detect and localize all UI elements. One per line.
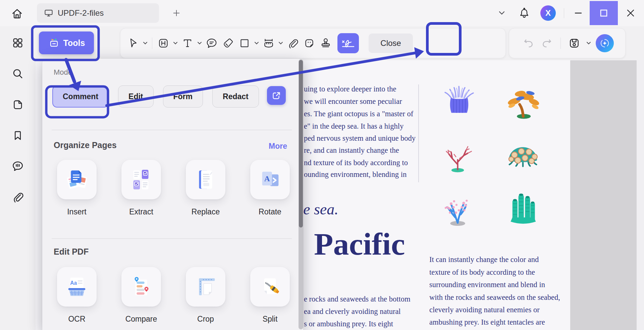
- maximize-window-button[interactable]: [590, 1, 618, 25]
- new-tab-button[interactable]: [170, 6, 183, 20]
- open-in-new-window-button[interactable]: [267, 86, 286, 105]
- red-branch-coral-image: [434, 130, 484, 177]
- tools-button-label: Tools: [63, 38, 85, 48]
- card-label: OCR: [68, 315, 85, 324]
- select-tool-dropdown[interactable]: [142, 36, 148, 51]
- replace-pages-icon: [193, 167, 219, 193]
- insert-pages-icon: [64, 167, 90, 193]
- shape-tool-dropdown[interactable]: [254, 36, 260, 51]
- insert-pages-button[interactable]: [57, 160, 97, 199]
- chevron-down-icon: [197, 41, 202, 46]
- sidebar-search-button[interactable]: [9, 65, 26, 82]
- panel-scrollbar-thumb[interactable]: [299, 60, 303, 227]
- mode-button-edit[interactable]: Edit: [118, 85, 153, 108]
- mode-section-label: Mode: [54, 68, 72, 77]
- rotate-pages-button[interactable]: A: [250, 160, 290, 199]
- comment-tool-button[interactable]: [204, 36, 219, 51]
- window-title-bar: UPDF-2-files X: [0, 0, 644, 26]
- mode-button-redact[interactable]: Redact: [212, 85, 259, 108]
- chevron-down-icon: [254, 41, 259, 46]
- doc-text-line: es. The giant octopus is a "master of: [304, 110, 413, 118]
- highlighter-icon: [222, 37, 234, 50]
- titlebar-divider: [564, 8, 564, 18]
- undo-button[interactable]: [521, 36, 536, 51]
- organize-pages-more-link[interactable]: More: [269, 142, 287, 151]
- text-icon: [181, 37, 194, 50]
- left-sidebar: [0, 26, 36, 330]
- attachment-icon: [286, 37, 299, 50]
- doc-text-line: nd texture of its body according to: [304, 158, 408, 167]
- sticker-tool-button[interactable]: [302, 36, 317, 51]
- shape-tool-button[interactable]: [237, 36, 252, 51]
- document-scrollbar[interactable]: [637, 60, 644, 330]
- heading-tool-button[interactable]: [156, 36, 171, 51]
- measure-tool-dropdown[interactable]: [278, 36, 284, 51]
- close-window-button[interactable]: [623, 5, 639, 21]
- extract-pages-button[interactable]: [121, 160, 161, 199]
- chevron-down-icon: [497, 9, 506, 17]
- text-tool-button[interactable]: [180, 36, 195, 51]
- crop-item: Crop: [186, 267, 225, 324]
- sidebar-thumbnails-button[interactable]: [9, 34, 26, 52]
- bookmark-icon: [11, 129, 24, 142]
- tab-title: UPDF-2-files: [58, 8, 104, 18]
- replace-pages-button[interactable]: [186, 160, 225, 199]
- signature-tool-button[interactable]: [337, 33, 359, 53]
- extract-pages-icon: [128, 167, 154, 193]
- close-tools-button[interactable]: Close: [369, 34, 413, 53]
- undo-icon: [522, 37, 535, 50]
- collapse-toolbar-button[interactable]: [496, 7, 507, 19]
- heading-tool-dropdown[interactable]: [172, 36, 178, 51]
- sidebar-bookmarks-button[interactable]: [9, 127, 26, 144]
- crop-button[interactable]: [186, 267, 225, 307]
- measure-tool-button[interactable]: [261, 36, 276, 51]
- doc-text-line: surrounding environment and blend in: [429, 280, 545, 289]
- doc-text-line: s or ambushing prey. Its eight: [304, 320, 393, 328]
- highlighter-tool-button[interactable]: [221, 36, 235, 51]
- save-options-dropdown[interactable]: [586, 36, 592, 51]
- sidebar-pages-button[interactable]: [9, 96, 26, 113]
- crop-icon: [193, 274, 219, 300]
- split-button[interactable]: [250, 267, 290, 307]
- sidebar-comments-button[interactable]: [9, 157, 26, 175]
- toolbar-divider: [560, 38, 561, 49]
- stamp-tool-button[interactable]: [318, 36, 333, 51]
- select-tool-button[interactable]: [126, 36, 141, 51]
- section-title-organize-pages: Organize Pages: [54, 140, 117, 150]
- mode-button-comment[interactable]: Comment: [52, 85, 109, 108]
- chevron-down-icon: [586, 41, 591, 46]
- history-save-group: [509, 28, 626, 58]
- save-icon: [568, 37, 581, 50]
- sidebar-attachments-button[interactable]: [9, 188, 26, 206]
- tools-button[interactable]: Tools: [39, 31, 94, 54]
- card-label: Rotate: [259, 207, 281, 216]
- section-title-edit-pdf: Edit PDF: [54, 247, 89, 257]
- svg-text:A: A: [264, 174, 270, 183]
- ai-assistant-button[interactable]: [596, 34, 614, 52]
- doc-text-line: ea and cleverly avoiding natural: [304, 307, 401, 316]
- mode-button-form[interactable]: Form: [163, 85, 203, 108]
- attach-tool-button[interactable]: [285, 36, 300, 51]
- compare-button[interactable]: [121, 267, 161, 307]
- document-tab[interactable]: UPDF-2-files: [37, 3, 159, 23]
- text-tool-dropdown[interactable]: [197, 36, 203, 51]
- notifications-button[interactable]: [517, 6, 532, 20]
- home-button[interactable]: [9, 5, 25, 21]
- sticker-icon: [303, 37, 316, 50]
- redo-button[interactable]: [540, 36, 554, 51]
- save-button[interactable]: [567, 36, 582, 51]
- replace-pages-item: Replace: [186, 160, 225, 216]
- minimize-window-button[interactable]: [571, 6, 586, 20]
- panel-scrollbar-track[interactable]: [299, 59, 303, 329]
- updf-app-window: UPDF-2-files X: [0, 0, 644, 330]
- compare-item: Compare: [121, 267, 161, 324]
- ocr-button[interactable]: Aa: [57, 267, 97, 307]
- split-item: Split: [250, 267, 290, 324]
- ocr-item: Aa OCR: [57, 267, 97, 324]
- maximize-icon: [598, 7, 609, 19]
- panel-divider: [52, 238, 292, 239]
- user-avatar[interactable]: X: [540, 5, 556, 21]
- minimize-icon: [573, 8, 583, 18]
- card-label: Replace: [192, 207, 220, 216]
- close-button-label: Close: [380, 39, 401, 48]
